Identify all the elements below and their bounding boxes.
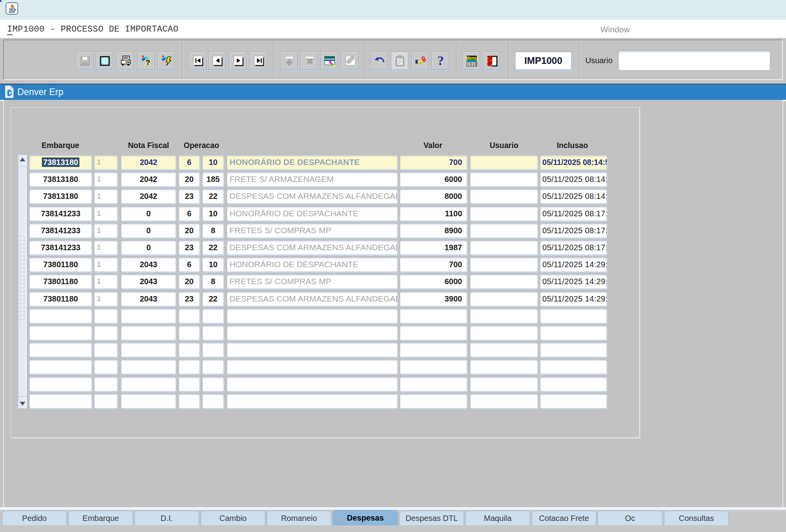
svg-text:?: ? — [145, 58, 150, 67]
svg-text:Menu: Menu — [466, 55, 478, 60]
svg-text:?: ? — [437, 55, 444, 67]
